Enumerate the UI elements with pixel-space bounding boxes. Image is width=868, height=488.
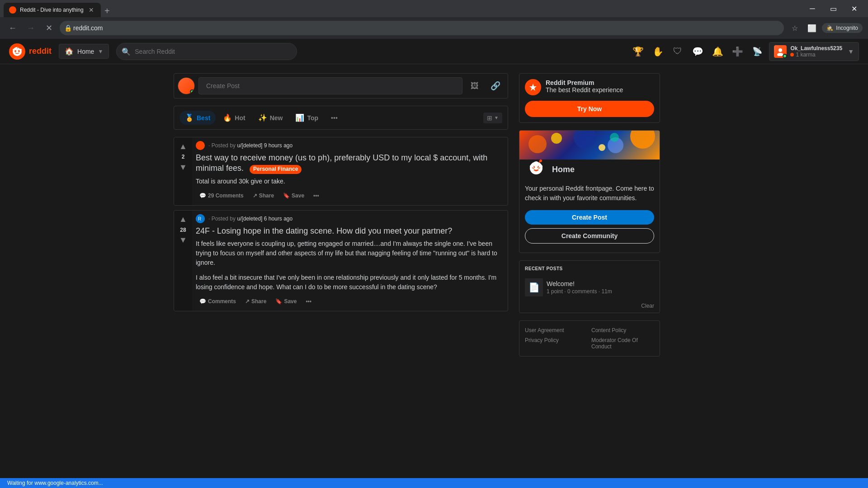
vote-column: ▲ 28 ▼ — [174, 211, 192, 311]
status-text: Waiting for www.google-analytics.com... — [7, 480, 103, 486]
share-icon: ↗ — [245, 298, 250, 305]
post-body: R · Posted by u/[deleted] 6 hours ago 24… — [192, 211, 508, 311]
save-button[interactable]: 🔖 Save — [272, 296, 300, 307]
view-toggle-button[interactable]: ⊞ ▼ — [483, 113, 502, 123]
image-upload-button[interactable]: 🖼 — [466, 77, 483, 94]
save-button[interactable]: 🔖 Save — [279, 190, 308, 202]
address-bar[interactable] — [60, 21, 784, 35]
home-nav-button[interactable]: 🏠 Home ▼ — [59, 44, 109, 59]
chat-button[interactable]: 💬 — [689, 43, 706, 60]
post-text: It feels like everyone is coupling up, g… — [196, 239, 504, 292]
share-icon: ↗ — [253, 192, 257, 199]
post-title[interactable]: 24F - Losing hope in the dating scene. H… — [196, 226, 504, 236]
footer-link-user-agreement[interactable]: User Agreement — [525, 326, 588, 334]
save-icon: 🔖 — [275, 298, 282, 305]
add-post-button[interactable]: ➕ — [729, 43, 745, 60]
feed-area: 🖼 🔗 🏅 Best 🔥 Hot ✨ New 📊 — [174, 73, 508, 364]
sort-new-button[interactable]: ✨ New — [253, 111, 288, 125]
home-create-post-button[interactable]: Create Post — [525, 210, 654, 225]
link-button[interactable]: 🔗 — [487, 77, 504, 94]
user-avatar-wrap — [774, 45, 787, 58]
premium-icon — [525, 79, 541, 95]
home-card: Home Your personal Reddit frontpage. Com… — [519, 130, 660, 253]
notifications-button[interactable]: 🔔 — [709, 43, 726, 60]
forward-button[interactable]: → — [24, 21, 38, 35]
maximize-button[interactable]: ▭ — [823, 2, 844, 15]
incognito-badge: 🕵 Incognito — [822, 23, 863, 33]
svg-point-23 — [539, 165, 542, 168]
post-actions: 💬 Comments ↗ Share 🔖 Save ••• — [196, 296, 504, 307]
post-body: · Posted by u/[deleted] 9 hours ago Best… — [192, 137, 508, 205]
incognito-icon: 🕵 — [826, 25, 833, 31]
comments-button[interactable]: 💬 Comments — [196, 296, 240, 307]
post-time: · Posted by u/[deleted] 6 hours ago — [208, 216, 292, 222]
home-create-community-button[interactable]: Create Community — [525, 228, 654, 244]
home-label: Home — [77, 48, 94, 55]
post-title[interactable]: Best way to receive money (us to ph), pr… — [196, 153, 504, 174]
footer-link-moderator-code[interactable]: Moderator Code Of Conduct — [591, 336, 654, 351]
comments-icon: 💬 — [199, 192, 206, 199]
close-button[interactable]: ✕ — [844, 2, 864, 15]
split-screen-button[interactable]: ⬜ — [805, 21, 819, 35]
premium-title: Reddit Premium — [546, 79, 623, 86]
new-icon: ✨ — [258, 113, 267, 122]
downvote-button[interactable]: ▼ — [178, 162, 189, 173]
new-tab-button[interactable]: + — [101, 5, 113, 17]
share-button[interactable]: ↗ Share — [249, 190, 278, 202]
reddit-logo-text: reddit — [29, 47, 52, 56]
sort-best-button[interactable]: 🏅 Best — [179, 111, 216, 125]
user-menu[interactable]: Ok_Lawfulness5235 1 karma ▼ — [769, 42, 859, 61]
awards-button[interactable]: 🏆 — [630, 43, 646, 60]
footer-link-content-policy[interactable]: Content Policy — [591, 326, 654, 334]
svg-point-7 — [13, 49, 15, 51]
sort-top-button[interactable]: 📊 Top — [290, 111, 324, 125]
recent-posts-card: RECENT POSTS 📄 Welcome! 1 point · 0 comm… — [519, 260, 660, 313]
home-icon: 🏠 — [65, 47, 74, 56]
upvote-button[interactable]: ▲ — [178, 214, 189, 225]
post-card: ▲ 28 ▼ R · Posted by u/[deleted] 6 hours… — [174, 210, 508, 311]
shield-button[interactable]: 🛡 — [670, 43, 686, 60]
back-button[interactable]: ← — [5, 21, 20, 35]
search-bar[interactable]: 🔍 — [116, 43, 297, 60]
broadcast-button[interactable]: 📡 — [749, 43, 765, 60]
try-now-button[interactable]: Try Now — [525, 101, 654, 117]
status-bar: Waiting for www.google-analytics.com... — [0, 478, 868, 488]
reload-button[interactable]: ✕ — [42, 21, 56, 35]
vote-count: 2 — [182, 154, 185, 160]
svg-point-8 — [19, 49, 22, 51]
share-button[interactable]: ↗ Share — [241, 296, 270, 307]
recent-post-thumbnail: 📄 — [525, 278, 543, 296]
svg-point-22 — [530, 165, 533, 168]
create-post-bar: 🖼 🔗 — [174, 73, 508, 99]
user-menu-arrow-icon: ▼ — [848, 48, 854, 55]
upvote-button[interactable]: ▲ — [178, 141, 189, 152]
hot-icon: 🔥 — [223, 113, 232, 122]
bookmark-button[interactable]: ☆ — [788, 21, 802, 35]
moderator-button[interactable]: ✋ — [650, 43, 666, 60]
sort-hot-button[interactable]: 🔥 Hot — [217, 111, 250, 125]
svg-marker-14 — [529, 84, 537, 91]
footer-link-privacy-policy[interactable]: Privacy Policy — [525, 336, 588, 351]
create-post-input[interactable] — [198, 77, 462, 94]
minimize-button[interactable]: ─ — [802, 2, 823, 15]
active-tab[interactable]: Reddit - Dive into anything ✕ — [4, 3, 101, 17]
home-card-body: Home Your personal Reddit frontpage. Com… — [519, 160, 660, 253]
search-input[interactable] — [116, 43, 297, 60]
more-actions-button[interactable]: ••• — [310, 190, 323, 202]
reddit-logo[interactable]: reddit — [9, 43, 52, 60]
post-flair[interactable]: Personal Finance — [250, 165, 302, 174]
home-banner — [519, 131, 660, 160]
reddit-logo-icon — [9, 43, 25, 60]
comments-button[interactable]: 💬 29 Comments — [196, 190, 247, 202]
clear-recent-posts-button[interactable]: Clear — [641, 303, 654, 309]
more-actions-button[interactable]: ••• — [302, 296, 315, 307]
home-desc: Your personal Reddit frontpage. Come her… — [525, 184, 654, 203]
sort-more-button[interactable]: ••• — [327, 112, 341, 124]
downvote-button[interactable]: ▼ — [178, 235, 189, 246]
top-icon: 📊 — [295, 113, 304, 122]
recent-post-item[interactable]: 📄 Welcome! 1 point · 0 comments · 11m — [519, 275, 660, 300]
tab-close-button[interactable]: ✕ — [87, 6, 95, 14]
recent-post-meta: 1 point · 0 comments · 11m — [547, 288, 654, 295]
recent-posts-title: RECENT POSTS — [519, 261, 660, 275]
svg-point-24 — [533, 161, 539, 167]
